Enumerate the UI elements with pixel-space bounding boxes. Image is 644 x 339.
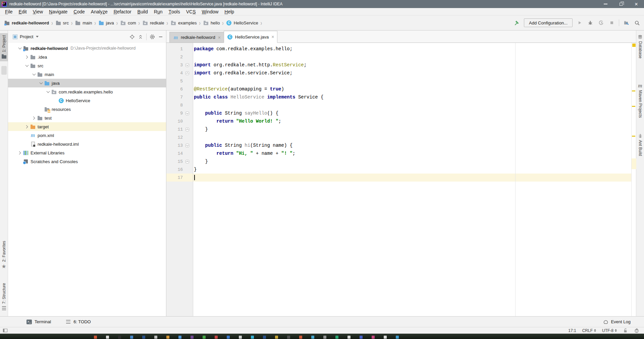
add-configuration-button[interactable]: Add Configuration... [524, 18, 573, 27]
menu-view[interactable]: View [30, 8, 46, 15]
menu-window[interactable]: Window [199, 8, 222, 15]
code-line-3[interactable]: import org.redkale.net.http.RestService; [193, 61, 631, 69]
taskbar-icon[interactable] [311, 336, 314, 339]
project-structure-icon[interactable] [623, 19, 630, 26]
breadcrumb-item-main[interactable]: main [75, 20, 92, 25]
breadcrumb-item-redkale-helloword[interactable]: redkale-helloword [4, 20, 49, 25]
menu-build[interactable]: Build [135, 8, 151, 15]
minimize-button[interactable] [598, 0, 613, 8]
tree-item-external-libraries[interactable]: External Libraries [8, 148, 166, 157]
code-line-15[interactable]: } [193, 157, 631, 165]
taskbar-icon[interactable] [263, 336, 266, 339]
taskbar-icon[interactable] [372, 336, 375, 339]
code-line-4[interactable]: import org.redkale.service.Service; [193, 69, 631, 77]
editor-tab-redkale-helloword[interactable]: redkale-helloword× [169, 32, 224, 43]
run-icon[interactable] [576, 19, 583, 26]
breadcrumb-item-hello[interactable]: hello [203, 20, 220, 25]
taskbar-icon[interactable] [203, 336, 206, 339]
tree-item-redkale-helloword[interactable]: redkale-hellowordD:\Java-Projects\redkal… [8, 44, 166, 53]
tree-item-helloservice[interactable]: HelloService [8, 96, 166, 105]
tree-item-pom-xml[interactable]: pom.xml [8, 131, 166, 140]
tree-item--idea[interactable]: .idea [8, 53, 166, 61]
taskbar-icon[interactable] [227, 336, 230, 339]
menu-file[interactable]: File [2, 8, 16, 15]
taskbar-icon[interactable] [154, 336, 157, 339]
tool-button-maven[interactable]: Maven Projects [636, 81, 644, 120]
fold-marker-icon[interactable] [185, 128, 189, 131]
stripe-warning-mark[interactable] [632, 106, 635, 107]
tool-button-event-log[interactable]: Event Log [603, 319, 631, 325]
tree-item-scratches-and-consoles[interactable]: Scratches and Consoles [8, 157, 166, 166]
taskbar-icon[interactable] [396, 336, 399, 339]
debug-icon[interactable] [587, 19, 594, 26]
menu-edit[interactable]: Edit [16, 8, 30, 15]
gear-icon[interactable] [150, 34, 155, 40]
unlock-icon[interactable] [623, 328, 628, 333]
breadcrumb-item-java[interactable]: java [98, 20, 114, 25]
tree-item-java[interactable]: java [8, 79, 166, 87]
fold-marker-icon[interactable] [185, 160, 189, 163]
taskbar-icon[interactable] [142, 336, 145, 339]
breadcrumb-item-helloservice[interactable]: HelloService [226, 20, 258, 25]
taskbar-icon[interactable] [239, 336, 242, 339]
build-hammer-icon[interactable] [513, 19, 521, 26]
menu-analyze[interactable]: Analyze [88, 8, 111, 15]
fold-marker-icon[interactable] [185, 144, 189, 147]
tree-item-target[interactable]: target [8, 122, 166, 131]
collapse-all-icon[interactable] [138, 34, 143, 40]
tree-item-src[interactable]: src [8, 61, 166, 70]
code-line-9[interactable]: public String sayHello() { [193, 109, 631, 117]
code-line-6[interactable]: @RestService(automapping = true) [193, 85, 631, 93]
code-line-12[interactable] [193, 133, 631, 141]
encoding-widget[interactable]: UTF-8 [602, 328, 617, 333]
tree-item-com-redkale-examples-hello[interactable]: com.redkale.examples.hello [8, 87, 166, 96]
menu-help[interactable]: Help [221, 8, 237, 15]
code-line-8[interactable] [193, 101, 631, 109]
fold-marker-icon[interactable] [185, 112, 189, 115]
tool-stripe-handle[interactable] [1, 66, 7, 75]
toolwindow-toggle-icon[interactable] [3, 328, 8, 333]
tree-item-main[interactable]: main [8, 70, 166, 79]
menu-vcs[interactable]: VCS [183, 8, 199, 15]
taskbar-icon[interactable] [275, 336, 278, 339]
taskbar-icon[interactable] [251, 336, 254, 339]
taskbar-icon[interactable] [94, 336, 97, 339]
fold-marker-icon[interactable] [185, 71, 189, 75]
taskbar-icon[interactable] [335, 336, 338, 339]
menu-tools[interactable]: Tools [165, 8, 183, 15]
breadcrumb-item-redkale[interactable]: redkale [142, 20, 164, 25]
locate-icon[interactable] [129, 34, 135, 40]
code-line-11[interactable]: } [193, 125, 631, 133]
code-line-5[interactable] [193, 77, 631, 85]
tool-button-structure[interactable]: 7: Structure [0, 281, 8, 313]
hector-inspections-icon[interactable] [634, 328, 639, 333]
chevron-down-icon[interactable] [36, 36, 39, 39]
taskbar-icon[interactable] [323, 336, 326, 339]
close-button[interactable]: ✕ [629, 0, 644, 8]
code-line-17[interactable] [193, 174, 631, 182]
tree-item-resources[interactable]: resources [8, 105, 166, 114]
tab-close-icon[interactable]: × [218, 35, 221, 40]
code-line-16[interactable]: } [193, 165, 631, 174]
menu-run[interactable]: Run [151, 8, 166, 15]
breadcrumb-item-com[interactable]: com [120, 20, 136, 25]
taskbar-icon[interactable] [178, 336, 181, 339]
breadcrumb-item-src[interactable]: src [55, 20, 69, 25]
taskbar-icon[interactable] [384, 336, 387, 339]
taskbar-icon[interactable] [191, 336, 194, 339]
tool-button-todo[interactable]: 6: TODO [65, 319, 91, 325]
tree-item-redkale-helloword-iml[interactable]: redkale-helloword.iml [8, 140, 166, 148]
breadcrumb-item-examples[interactable]: examples [170, 20, 197, 25]
tool-button-terminal[interactable]: Terminal [26, 319, 51, 325]
menu-refactor[interactable]: Refactor [111, 8, 135, 15]
stripe-warning-mark[interactable] [632, 136, 635, 137]
tool-button-project[interactable]: 1: Project [0, 33, 8, 61]
run-with-coverage-icon[interactable] [597, 19, 605, 26]
code-line-2[interactable] [193, 53, 631, 61]
restore-button[interactable] [613, 0, 629, 8]
code-line-13[interactable]: public String hi(String name) { [193, 141, 631, 149]
taskbar-icon[interactable] [130, 336, 133, 339]
tab-close-icon[interactable]: × [271, 34, 274, 40]
code-line-10[interactable]: return "Hello World! "; [193, 117, 631, 125]
code-area[interactable]: package com.redkale.examples.hello;impor… [193, 43, 631, 316]
